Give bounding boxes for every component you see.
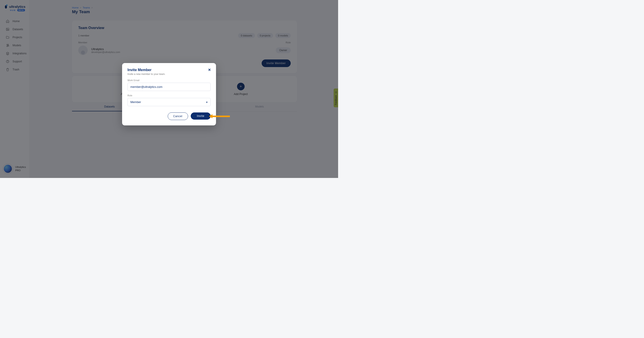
modal-overlay[interactable]: ✕ Invite Member Invite a new member to y… bbox=[0, 0, 338, 178]
role-select[interactable] bbox=[128, 98, 211, 106]
annotation-arrow bbox=[209, 114, 230, 118]
modal-close-button[interactable]: ✕ bbox=[207, 68, 212, 72]
close-icon: ✕ bbox=[208, 68, 211, 72]
modal-subtitle: Invite a new member to your team. bbox=[128, 73, 211, 75]
email-label: Work Email bbox=[128, 79, 211, 82]
invite-button[interactable]: Invite bbox=[191, 112, 211, 120]
modal-title: Invite Member bbox=[128, 68, 211, 72]
invite-member-modal: ✕ Invite Member Invite a new member to y… bbox=[122, 63, 216, 126]
role-label: Role bbox=[128, 94, 211, 97]
app-root: ultralytics HUB BETA Home Datasets Proje… bbox=[0, 0, 338, 178]
work-email-input[interactable] bbox=[128, 83, 211, 91]
cancel-button[interactable]: Cancel bbox=[168, 112, 188, 120]
